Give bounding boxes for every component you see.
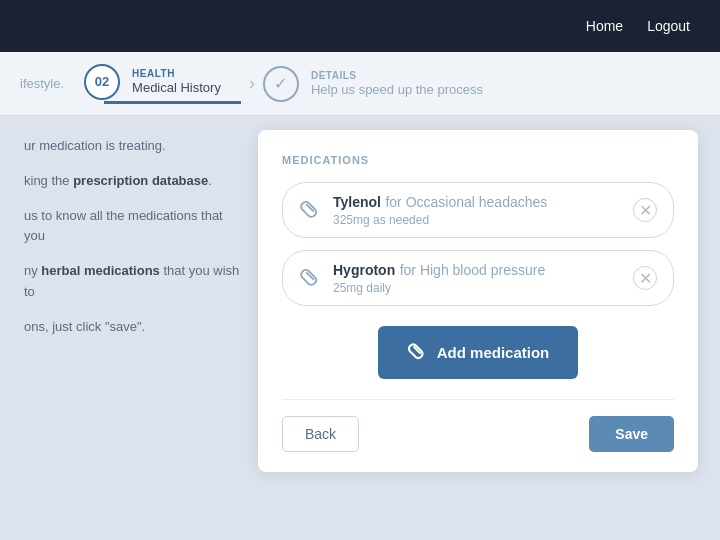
remove-tylenol-button[interactable]: ✕	[633, 198, 657, 222]
step-bar: ifestyle. 02 HEALTH Medical History › ✓ …	[0, 52, 720, 116]
logout-link[interactable]: Logout	[647, 18, 690, 34]
add-medication-label: Add medication	[437, 344, 550, 361]
step-health: 02 HEALTH Medical History	[84, 64, 241, 104]
step-details-sub: Help us speed up the process	[311, 82, 483, 97]
medication-pill-icon	[299, 197, 321, 224]
med-info-hygroton: Hygroton for High blood pressure 25mg da…	[333, 261, 621, 295]
medication-item-hygroton: Hygroton for High blood pressure 25mg da…	[282, 250, 674, 306]
bg-line2: king the prescription database.	[24, 171, 240, 192]
medications-card: MEDICATIONS Tylenol for Occasional heada…	[258, 130, 698, 472]
medication-pill-icon-2	[299, 265, 321, 292]
bg-line4: ny herbal medications that you wish to	[24, 261, 240, 303]
step-active-line	[104, 101, 241, 104]
step-details-label: DETAILS	[311, 70, 483, 81]
step-lifestyle-label: ifestyle.	[20, 76, 64, 91]
bg-line3: us to know all the medications that you	[24, 206, 240, 248]
med-dosage-tylenol: 325mg as needed	[333, 213, 621, 227]
med-name-hygroton: Hygroton for High blood pressure	[333, 261, 621, 279]
back-button[interactable]: Back	[282, 416, 359, 452]
card-footer: Back Save	[282, 399, 674, 452]
med-info-tylenol: Tylenol for Occasional headaches 325mg a…	[333, 193, 621, 227]
step-details-check: ✓	[263, 66, 299, 102]
step-arrow: ›	[249, 73, 255, 94]
medication-item-tylenol: Tylenol for Occasional headaches 325mg a…	[282, 182, 674, 238]
step-health-text: HEALTH Medical History	[132, 68, 221, 95]
step-health-number: 02	[84, 64, 120, 100]
add-medication-icon	[407, 340, 427, 365]
navbar: Home Logout	[0, 0, 720, 52]
save-button[interactable]: Save	[589, 416, 674, 452]
bg-line5: ons, just click "save".	[24, 317, 240, 338]
step-details-text: DETAILS Help us speed up the process	[311, 70, 483, 97]
step-health-label: HEALTH	[132, 68, 221, 79]
step-health-sub: Medical History	[132, 80, 221, 95]
remove-hygroton-button[interactable]: ✕	[633, 266, 657, 290]
bg-line1: ur medication is treating.	[24, 136, 240, 157]
med-name-tylenol: Tylenol for Occasional headaches	[333, 193, 621, 211]
home-link[interactable]: Home	[586, 18, 623, 34]
step-details: ✓ DETAILS Help us speed up the process	[263, 66, 503, 102]
background-text: ur medication is treating. king the pres…	[0, 116, 260, 372]
add-medication-button[interactable]: Add medication	[378, 326, 578, 379]
med-dosage-hygroton: 25mg daily	[333, 281, 621, 295]
step-lifestyle: ifestyle.	[20, 76, 84, 91]
medications-section-label: MEDICATIONS	[282, 154, 674, 166]
